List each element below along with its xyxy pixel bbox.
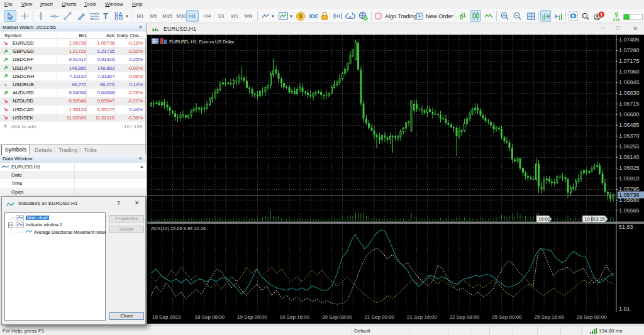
svg-text:1.06025: 1.06025 — [619, 165, 640, 171]
svg-text:21 Sep 00:00: 21 Sep 00:00 — [365, 314, 395, 320]
svg-text:51.63: 51.63 — [619, 224, 633, 230]
svg-text:1.06255: 1.06255 — [619, 143, 640, 150]
svg-text:1: 1 — [600, 12, 602, 18]
svg-text:1.06945: 1.06945 — [619, 79, 640, 85]
svg-text:1.06140: 1.06140 — [619, 154, 640, 160]
svg-text:26 Sep 08:00: 26 Sep 08:00 — [577, 314, 607, 320]
svg-text:1.07290: 1.07290 — [619, 47, 640, 53]
svg-text:15 Sep 2023: 15 Sep 2023 — [152, 314, 181, 320]
svg-text:21 Sep 16:00: 21 Sep 16:00 — [407, 314, 437, 320]
svg-text:25 Sep 00:00: 25 Sep 00:00 — [492, 314, 522, 320]
svg-text:1.06485: 1.06485 — [619, 122, 640, 128]
svg-text:1.06830: 1.06830 — [619, 90, 640, 96]
svg-text:1.06600: 1.06600 — [619, 111, 640, 118]
svg-text:13:15: 13:15 — [593, 216, 605, 222]
svg-text:ADX(14) 25.65 9.94 22.26: ADX(14) 25.65 9.94 22.26 — [151, 226, 206, 231]
svg-text:1.05910: 1.05910 — [619, 175, 640, 182]
svg-text:1.05736: 1.05736 — [619, 192, 640, 198]
svg-text:25 Sep 16:00: 25 Sep 16:00 — [535, 314, 565, 320]
svg-text:1.81: 1.81 — [619, 306, 630, 312]
svg-text:1.06370: 1.06370 — [619, 133, 640, 139]
svg-text:22 Sep 08:00: 22 Sep 08:00 — [450, 314, 480, 320]
svg-text:1.05565: 1.05565 — [619, 207, 640, 214]
svg-text:EURUSD, H1: Euro vs US Dollar: EURUSD, H1: Euro vs US Dollar — [169, 39, 235, 45]
svg-text:18 Sep 08:00: 18 Sep 08:00 — [195, 314, 225, 320]
svg-text:1.07405: 1.07405 — [619, 36, 640, 43]
svg-text:16:00: 16:00 — [538, 216, 550, 222]
svg-text:LVL: LVL — [613, 17, 619, 21]
svg-text:20 Sep 08:00: 20 Sep 08:00 — [322, 314, 352, 320]
svg-text:19 Sep 16:00: 19 Sep 16:00 — [280, 314, 310, 320]
svg-text:1.07060: 1.07060 — [619, 69, 640, 75]
svg-text:1.06715: 1.06715 — [619, 101, 640, 107]
svg-text:19 Sep 00:00: 19 Sep 00:00 — [237, 314, 267, 320]
svg-text:1.07175: 1.07175 — [619, 58, 640, 64]
svg-text:10:0: 10:0 — [584, 216, 594, 222]
